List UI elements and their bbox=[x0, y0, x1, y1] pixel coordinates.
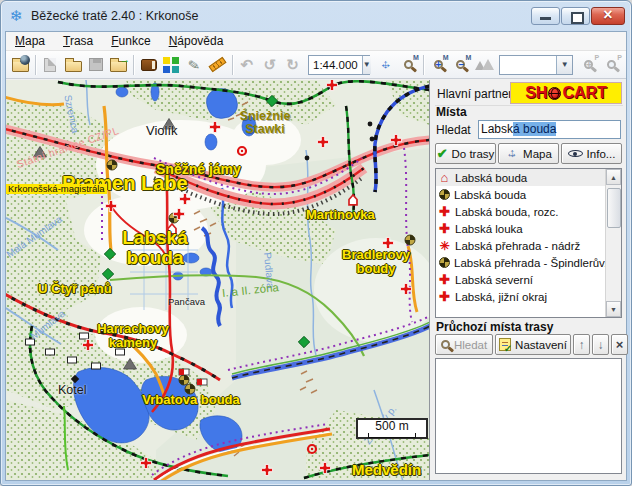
client-area: Mapa Trasa Funkce Nápověda → ✎ ↶ ↺ ↻ 1:4… bbox=[5, 31, 627, 481]
list-item[interactable]: ✚Labská louka bbox=[436, 220, 621, 237]
info-button[interactable]: Info... bbox=[561, 143, 622, 164]
scale-combo-dropdown[interactable]: ▼ bbox=[362, 56, 371, 74]
compass-icon bbox=[107, 160, 117, 170]
find-place2-button[interactable]: P bbox=[600, 53, 623, 77]
save-route-button[interactable] bbox=[84, 53, 107, 77]
logo-sh-text: SH bbox=[525, 84, 547, 102]
compass-icon bbox=[405, 235, 415, 245]
partner-row: Hlavní partner SH CART bbox=[435, 82, 623, 106]
scale-combo[interactable]: 1:44.000 ▼ bbox=[308, 55, 370, 75]
do-trasy-label: Do trasy bbox=[452, 148, 495, 160]
map-label-labska-bouda: Labská bouda bbox=[104, 228, 206, 268]
scroll-up-icon[interactable]: ▲ bbox=[606, 169, 621, 185]
list-item-label: Labská přehrada - Špindlerův... bbox=[454, 257, 614, 269]
pan-button[interactable]: ↔↕ bbox=[374, 53, 397, 77]
maximize-button[interactable] bbox=[561, 7, 590, 25]
list-item[interactable]: ✚Labská severní bbox=[436, 271, 621, 288]
open-map-button[interactable] bbox=[9, 53, 32, 77]
menu-napoveda[interactable]: Nápověda bbox=[160, 32, 233, 51]
titlebar[interactable]: ❄ Běžecké tratě 2.40 : Krkonoše bbox=[1, 1, 631, 31]
redo-all-button[interactable]: ↻ bbox=[281, 53, 304, 77]
legend-button[interactable] bbox=[137, 53, 160, 77]
open-route-button[interactable] bbox=[62, 53, 85, 77]
scroll-down-icon[interactable]: ▼ bbox=[606, 301, 621, 317]
settings-button[interactable]: Nastavení bbox=[495, 334, 571, 355]
move-down-button[interactable]: ↓ bbox=[592, 334, 609, 355]
mapa-button[interactable]: ↔↕Mapa bbox=[498, 143, 559, 164]
settings-label: Nastavení bbox=[515, 339, 567, 351]
search-value-selected: á bouda bbox=[513, 122, 556, 136]
redo-button[interactable]: ↺ bbox=[258, 53, 281, 77]
menu-mapa[interactable]: Mapa bbox=[6, 32, 54, 51]
places-list: ⌂Labská bouda Labská bouda ✚Labská bouda… bbox=[435, 168, 622, 318]
zoom-in-icon: M+ bbox=[434, 60, 443, 69]
map-label-medvedin: Medvědín bbox=[352, 462, 421, 478]
cross-icon: ✚ bbox=[438, 204, 451, 219]
place-combo-dropdown[interactable]: ▼ bbox=[556, 56, 572, 74]
waypoints-list[interactable] bbox=[435, 358, 622, 474]
waypoints-heading: Průchozí místa trasy bbox=[436, 320, 553, 334]
minimize-button[interactable] bbox=[531, 7, 560, 25]
closure-icon bbox=[179, 369, 189, 375]
close-button[interactable] bbox=[591, 7, 625, 25]
gear-icon: ✳ bbox=[438, 239, 451, 253]
waypoint-search-button[interactable]: Hledat bbox=[435, 334, 493, 355]
find-place-icon: P+ bbox=[584, 60, 593, 69]
draw-button[interactable]: ✎ bbox=[183, 53, 206, 77]
dot-marker bbox=[370, 137, 375, 142]
do-trasy-button[interactable]: ✔Do trasy bbox=[435, 143, 496, 164]
cross-icon: ✚ bbox=[438, 221, 451, 236]
map-viewport[interactable]: Violík Śnieżnie Stawki Sněžné jámy Prame… bbox=[6, 80, 430, 480]
export-folder-icon: → bbox=[110, 61, 127, 72]
list-item[interactable]: ✚Labská, jižní okraj bbox=[436, 288, 621, 305]
cross-icon: ✚ bbox=[438, 289, 451, 304]
move-up-button[interactable]: ↑ bbox=[573, 334, 590, 355]
export-arrow-icon: → bbox=[119, 54, 130, 64]
zoom-in-button[interactable]: M+ bbox=[427, 53, 450, 77]
logo-globe-icon bbox=[548, 87, 561, 100]
menu-mapa-hotkey: M bbox=[15, 34, 25, 48]
shocart-logo[interactable]: SH CART bbox=[510, 82, 622, 104]
scale-bar: 500 m bbox=[356, 418, 428, 439]
signpost-icon bbox=[68, 357, 77, 363]
find-place-button[interactable]: P+ bbox=[577, 53, 600, 77]
zoom-out-button[interactable]: M− bbox=[449, 53, 472, 77]
list-item[interactable]: ✳Labská přehrada - nádrž bbox=[436, 237, 621, 254]
new-route-button[interactable] bbox=[39, 53, 62, 77]
list-scrollbar[interactable]: ▲ ▼ bbox=[605, 169, 621, 317]
map-style-button[interactable] bbox=[160, 53, 183, 77]
waypoint-actions: Hledat Nastavení ↑ ↓ × bbox=[435, 334, 628, 355]
settings-note-icon bbox=[499, 338, 511, 351]
menu-funkce[interactable]: Funkce bbox=[102, 32, 159, 51]
eye-icon bbox=[568, 147, 583, 160]
map-label-u-ctyr-panu: U Čtyř pánů bbox=[38, 282, 112, 296]
map-label-magistrala: Krkonošská-magistrála bbox=[6, 184, 107, 194]
scale-combo-value: 1:44.000 bbox=[309, 59, 362, 71]
find-place2-icon: P bbox=[607, 60, 616, 69]
menu-trasa[interactable]: Trasa bbox=[54, 32, 102, 51]
measure-button[interactable] bbox=[206, 53, 229, 77]
list-item[interactable]: Labská bouda bbox=[436, 186, 621, 203]
window-title: Běžecké tratě 2.40 : Krkonoše bbox=[31, 9, 530, 23]
info-label: Info... bbox=[587, 148, 616, 160]
side-panel: Hlavní partner SH CART Místa Hledat Labs… bbox=[431, 80, 626, 480]
list-item[interactable]: ✚Labská bouda, rozc. bbox=[436, 203, 621, 220]
map-label-violik: Violík bbox=[146, 124, 178, 138]
place-combo[interactable]: ▼ bbox=[499, 55, 573, 75]
scale-bar-bracket bbox=[368, 433, 416, 438]
menu-mapa-rest: apa bbox=[25, 34, 45, 48]
zoom-window-button[interactable]: M bbox=[397, 53, 420, 77]
list-item[interactable]: Labská přehrada - Špindlerův... bbox=[436, 254, 621, 271]
search-input[interactable]: Labská bouda bbox=[478, 120, 621, 139]
list-item[interactable]: ⌂Labská bouda bbox=[436, 169, 621, 186]
toolbar-separator bbox=[232, 55, 233, 75]
profile-button[interactable] bbox=[472, 53, 495, 77]
map-label-bradlerovy-boudy: Bradlerovy boudy bbox=[328, 248, 424, 275]
export-route-button[interactable]: → bbox=[107, 53, 130, 77]
delete-waypoint-button[interactable]: × bbox=[611, 334, 628, 355]
undo-button[interactable]: ↶ bbox=[235, 53, 258, 77]
map-label-kotel: Kotel bbox=[58, 384, 87, 397]
list-item-label: Labská, jižní okraj bbox=[455, 291, 547, 303]
color-grid-icon bbox=[163, 57, 179, 73]
scroll-thumb[interactable] bbox=[607, 188, 621, 228]
